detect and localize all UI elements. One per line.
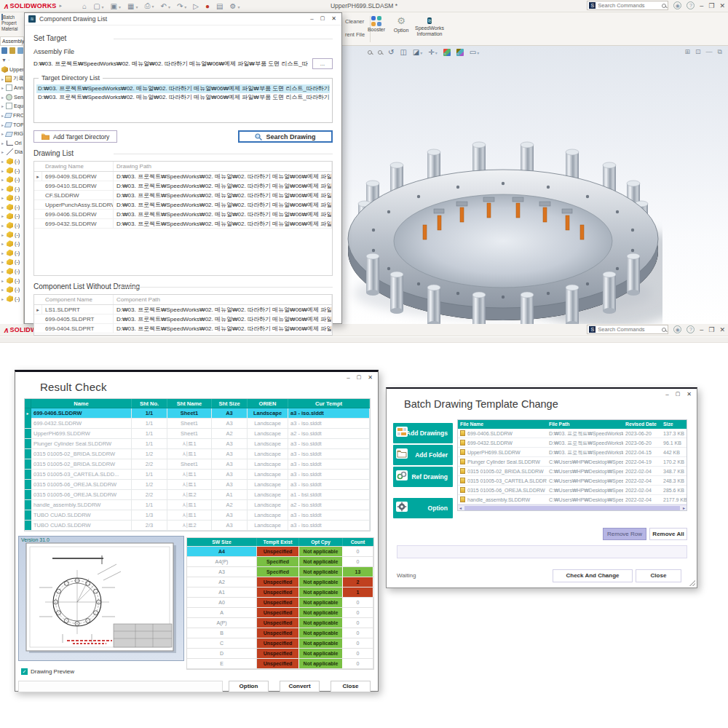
bd-maximize-button[interactable]: ▢ bbox=[676, 391, 681, 397]
result-row[interactable]: 0315 01005-06_OREJA.SLDDRW 1/2 시트1 A3 La… bbox=[25, 480, 370, 490]
col-file-path[interactable]: File Path bbox=[547, 420, 623, 429]
search-drawing-button[interactable]: Search Drawing bbox=[238, 130, 333, 143]
tree-part-item[interactable]: ▸ (-) bbox=[1, 221, 23, 230]
tree-part-item[interactable]: ▸ (-) bbox=[1, 212, 23, 221]
close-button-2[interactable]: ✕ bbox=[719, 326, 725, 333]
restore-button-2[interactable]: ❐ bbox=[708, 326, 714, 333]
drawing-preview-checkbox[interactable]: ✓ Drawing Preview bbox=[21, 668, 74, 675]
fm-tab-icon[interactable] bbox=[1, 47, 7, 54]
tree-filter[interactable]: ▼· bbox=[1, 56, 23, 66]
col-revised-date[interactable]: Revised Date bbox=[623, 420, 661, 429]
hide-show-items-icon[interactable] bbox=[456, 49, 464, 56]
batch-file-row[interactable]: Plunger Cylinder Seal.SLDDRW C:₩Users₩HP… bbox=[458, 457, 687, 467]
col-sht-no[interactable]: Sht No. bbox=[132, 399, 167, 408]
tree-root-assembly[interactable]: UpperPH bbox=[1, 65, 23, 74]
search-commands-input-2[interactable] bbox=[598, 326, 662, 333]
batch-file-row[interactable]: 699-0406.SLDDRW D:₩03. 프로젝트₩SpeedWorks₩0… bbox=[458, 429, 687, 438]
convert-button[interactable]: Convert bbox=[280, 681, 320, 692]
search-commands-input[interactable] bbox=[598, 2, 662, 9]
result-row[interactable]: 699-0432.SLDDRW 1/1 Sheet1 A3 Landscape … bbox=[25, 419, 370, 429]
size-summary-row[interactable]: B Unspecified Not applicable 0 bbox=[187, 628, 373, 638]
size-summary-row[interactable]: A2 Unspecified Not applicable 2 bbox=[187, 577, 373, 587]
file-properties-icon[interactable]: ▤ bbox=[216, 2, 223, 10]
minimize-button-2[interactable]: – bbox=[700, 326, 703, 333]
search-commands-box[interactable]: S bbox=[587, 1, 668, 10]
drawing-list-row[interactable]: ▸ 699-0409.SLDDRW D:₩03. 프로젝트₩SpeedWorks… bbox=[34, 172, 332, 181]
rc-close-button[interactable]: ✕ bbox=[368, 374, 373, 381]
tree-part-item[interactable]: ▸ (-) bbox=[1, 294, 23, 304]
tree-item[interactable]: ▸ Ann bbox=[1, 83, 23, 92]
size-summary-row[interactable]: A(P) Unspecified Not applicable 0 bbox=[187, 618, 373, 628]
col-name[interactable]: Name bbox=[31, 399, 132, 408]
size-summary-row[interactable]: D Unspecified Not applicable 0 bbox=[187, 649, 373, 659]
tree-item[interactable]: ▸ 기록 bbox=[1, 74, 23, 84]
tree-item[interactable]: ▸ TOP bbox=[1, 120, 23, 130]
options-icon[interactable]: ⚙ bbox=[230, 2, 240, 10]
check-and-change-button[interactable]: Check And Change bbox=[553, 569, 633, 582]
drawing-path-header[interactable]: Drawing Path bbox=[114, 162, 332, 171]
col-sht-size[interactable]: Sht Size bbox=[212, 399, 248, 408]
display-style-icon[interactable] bbox=[443, 49, 451, 56]
col-sw-size[interactable]: SW Size bbox=[187, 538, 257, 546]
close-button-rc[interactable]: Close bbox=[331, 681, 371, 692]
result-row[interactable]: handle_assembly.SLDDRW 1/1 시트1 A2 Landsc… bbox=[25, 500, 370, 510]
batch-property-material-button[interactable]: Batch Propert Material bbox=[0, 12, 24, 33]
size-summary-row[interactable]: E Unspecified Not applicable 0 bbox=[187, 659, 373, 669]
tree-part-item[interactable]: ▸ (-) bbox=[1, 184, 23, 194]
tree-item[interactable]: ▸ Ori bbox=[1, 138, 23, 148]
bd-minimize-button[interactable]: – bbox=[665, 391, 668, 397]
cdl-close-button[interactable]: ✕ bbox=[331, 15, 336, 22]
tree-part-item[interactable]: ▸ (-) bbox=[1, 175, 23, 184]
float-icon[interactable]: ⧉ bbox=[718, 48, 722, 56]
drawing-list-row[interactable]: CF.SLDDRW D:₩03. 프로젝트₩SpeedWorks₩02. 매뉴얼… bbox=[34, 191, 332, 200]
print-icon[interactable]: ⎙ bbox=[145, 1, 154, 10]
view-orientation-icon[interactable]: ✛ bbox=[428, 48, 437, 56]
feature-manager-tabs[interactable] bbox=[1, 47, 23, 54]
property-tab-icon[interactable] bbox=[9, 47, 15, 54]
size-summary-row[interactable]: A3 Specified Not applicable 13 bbox=[187, 567, 373, 577]
cdl-maximize-button[interactable]: ▢ bbox=[320, 15, 325, 22]
option-button-ribbon[interactable]: ⚙ Option bbox=[387, 16, 415, 33]
scroll-left-icon[interactable]: ◂ bbox=[459, 505, 462, 511]
component-list-row[interactable]: 699-0405.SLDPRT D:₩03. 프로젝트₩SpeedWorks₩0… bbox=[34, 314, 332, 324]
target-directory-item[interactable]: D:₩03. 프로젝트₩SpeedWorks₩02. 매뉴얼₩02. 따라하기 … bbox=[36, 93, 330, 102]
result-row[interactable]: 0315 01005-02_BRIDA.SLDDRW 1/2 시트1 A3 La… bbox=[25, 449, 370, 459]
result-row[interactable]: UpperPH699.SLDDRW 1/1 Sheet1 A2 Landscap… bbox=[25, 429, 370, 439]
help-icon-2[interactable]: ? bbox=[687, 325, 695, 333]
zoom-fit-icon[interactable] bbox=[368, 50, 372, 55]
speedworks-information-button[interactable]: ≋ SpeedWorks Information bbox=[412, 16, 447, 37]
close-button-bd[interactable]: Close bbox=[636, 569, 681, 582]
remove-row-button[interactable]: Remove Row bbox=[603, 528, 646, 540]
browse-button[interactable]: ... bbox=[312, 58, 333, 69]
batch-file-row[interactable]: 0315 01005-02_BRIDA.SLDDRW C:₩Users₩HP₩D… bbox=[458, 467, 687, 476]
rebuild-icon[interactable]: ● bbox=[205, 2, 210, 10]
open-file-icon[interactable]: ▣ bbox=[111, 2, 121, 10]
booster-button[interactable]: Booster bbox=[363, 16, 390, 33]
target-directory-item[interactable]: D:₩03. 프로젝트₩SpeedWorks₩02. 매뉴얼₩02. 따라하기 … bbox=[36, 84, 330, 93]
tree-item[interactable]: ▸ RIG bbox=[1, 129, 23, 138]
ref-drawing-button[interactable]: Ref Drawing bbox=[393, 467, 453, 487]
tree-item[interactable]: ▸ FRO bbox=[1, 111, 23, 120]
collapse-icon[interactable]: — bbox=[706, 48, 713, 56]
tree-part-item[interactable]: ▸ (-) bbox=[1, 285, 23, 294]
col-templt-exist[interactable]: Templt Exist bbox=[257, 538, 299, 546]
home-icon[interactable]: ⌂ bbox=[82, 2, 87, 10]
tree-part-item[interactable]: ▸ (-) bbox=[1, 276, 23, 285]
batch-file-row[interactable]: 699-0432.SLDDRW D:₩03. 프로젝트₩SpeedWorks₩0… bbox=[458, 438, 687, 448]
drawing-list-row[interactable]: 699-0432.SLDDRW D:₩03. 프로젝트₩SpeedWorks₩0… bbox=[34, 219, 332, 229]
tree-part-item[interactable]: ▸ (-) bbox=[1, 258, 23, 267]
pane-icon[interactable]: ⊡ bbox=[695, 48, 701, 56]
login-icon-2[interactable]: ◉ bbox=[673, 325, 681, 333]
component-name-header[interactable]: Component Name bbox=[42, 295, 114, 304]
search-magnifier-icon[interactable] bbox=[662, 4, 666, 8]
remove-all-button[interactable]: Remove All bbox=[649, 528, 687, 540]
tree-part-item[interactable]: ▸ (-) bbox=[1, 266, 23, 276]
cdl-titlebar[interactable]: ≋ Component Drawing List bbox=[25, 13, 341, 25]
minimize-button[interactable]: – bbox=[700, 2, 703, 9]
col-sht-name[interactable]: Sht Name bbox=[167, 399, 212, 408]
resize-grip[interactable] bbox=[689, 580, 695, 586]
horizontal-scrollbar[interactable]: ◂ ▸ bbox=[458, 505, 687, 510]
batch-file-row[interactable]: 0315 01005-03_CARTELA.SLDDRW C:₩Users₩HP… bbox=[458, 476, 687, 486]
drawing-list-row[interactable]: UpperPunchAssy.SLDDRW D:₩03. 프로젝트₩SpeedW… bbox=[34, 200, 332, 210]
tree-item[interactable]: ▸ Sen bbox=[1, 92, 23, 102]
